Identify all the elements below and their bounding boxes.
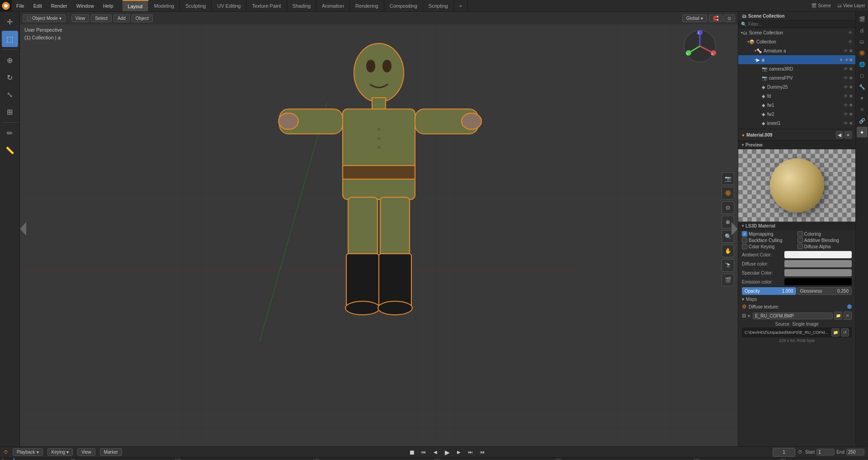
menu-file[interactable]: File bbox=[12, 0, 29, 11]
camera-view-btn[interactable]: 🎬 bbox=[722, 274, 734, 286]
open-file-btn[interactable]: 📁 bbox=[831, 328, 840, 337]
modifier-props-tab[interactable]: 🔧 bbox=[857, 81, 868, 92]
transform-tool[interactable]: ⊞ bbox=[2, 104, 18, 120]
measure-tool[interactable]: 📏 bbox=[2, 142, 18, 158]
end-frame-input[interactable] bbox=[846, 449, 864, 455]
add-menu-btn[interactable]: Add bbox=[113, 14, 130, 22]
emission-color-swatch[interactable] bbox=[784, 278, 852, 285]
outliner-fw2[interactable]: ◆ fw2 👁 ✖ bbox=[738, 109, 855, 119]
reload-file-btn[interactable]: ↺ bbox=[841, 328, 849, 337]
menu-window[interactable]: Window bbox=[72, 0, 99, 11]
eye-toggle-fw1[interactable]: 👁 bbox=[844, 103, 848, 108]
cursor-tool[interactable]: ✛ bbox=[2, 14, 18, 30]
select-menu-btn[interactable]: Select bbox=[91, 14, 112, 22]
eye-toggle-camfpv[interactable]: 👁 bbox=[844, 76, 848, 81]
menu-help[interactable]: Help bbox=[99, 0, 118, 11]
diffuse-alpha-chkbox[interactable] bbox=[797, 244, 803, 249]
image-name-field[interactable]: E_RU_COFM.BMP bbox=[753, 313, 833, 319]
mat-add-btn[interactable]: + bbox=[844, 131, 852, 138]
render-props-tab[interactable]: 🎬 bbox=[857, 14, 868, 24]
eye-toggle-collection[interactable]: 👁 bbox=[848, 39, 853, 44]
opacity-btn[interactable]: Opacity 1.000 bbox=[742, 287, 796, 295]
tab-layout[interactable]: Layout bbox=[123, 0, 149, 11]
maps-section-header[interactable]: ▾ Maps bbox=[738, 296, 855, 303]
current-frame-display[interactable]: 1 bbox=[773, 448, 795, 457]
backface-chkbox[interactable] bbox=[742, 237, 747, 243]
playback-menu-btn[interactable]: Playback ▾ bbox=[13, 448, 43, 456]
eye-toggle-kneel1[interactable]: 👁 bbox=[844, 121, 848, 126]
world-props-tab[interactable]: 🌐 bbox=[857, 59, 868, 70]
blender-logo[interactable] bbox=[0, 0, 12, 12]
collapse-right-arrow[interactable] bbox=[731, 222, 738, 237]
physics-props-tab[interactable]: ⚛ bbox=[857, 104, 868, 115]
texture-socket-dot[interactable] bbox=[847, 304, 852, 309]
outliner-armature[interactable]: ▾ 🦴 Armature a 👁 ✖ bbox=[738, 46, 855, 55]
collapse-left-arrow[interactable] bbox=[20, 222, 26, 237]
rotate-tool[interactable]: ↻ bbox=[2, 69, 18, 85]
toggle-render-btn[interactable]: 🔆 bbox=[722, 187, 734, 199]
outliner-collection[interactable]: ▾ 📦 Collection 👁 bbox=[738, 37, 855, 46]
outliner-camerafpv[interactable]: 📷 cameraFPV 👁 ✖ bbox=[738, 73, 855, 82]
tab-add[interactable]: + bbox=[454, 0, 468, 11]
zoom-btn[interactable]: 🔭 bbox=[722, 259, 734, 272]
timeline-playhead[interactable] bbox=[14, 458, 14, 460]
eye-toggle-fw2[interactable]: 👁 bbox=[844, 112, 848, 117]
object-menu-btn[interactable]: Object bbox=[132, 14, 153, 22]
global-transform-btn[interactable]: Global ▾ bbox=[682, 14, 707, 22]
preview-label[interactable]: ▾ Preview bbox=[738, 141, 855, 149]
stop-btn[interactable]: ⏹ bbox=[407, 447, 417, 457]
move-tool[interactable]: ⊕ bbox=[2, 52, 18, 68]
tab-sculpting[interactable]: Sculpting bbox=[180, 0, 212, 11]
viewport-gizmo[interactable]: X Y Z bbox=[682, 28, 718, 64]
additive-chkbox[interactable] bbox=[797, 237, 803, 243]
play-btn[interactable]: ▶ bbox=[442, 447, 452, 457]
select-tool[interactable]: ⬚ bbox=[2, 31, 18, 47]
hand-tool-btn[interactable]: ✋ bbox=[722, 245, 734, 257]
diffuse-alpha-checkbox-item[interactable]: Diffuse Alpha bbox=[797, 244, 852, 249]
mat-browse-btn[interactable]: ◀ bbox=[836, 131, 843, 138]
marker-menu-btn[interactable]: Marker bbox=[100, 448, 122, 456]
object-props-tab[interactable]: ◻ bbox=[857, 70, 868, 81]
timeline-body[interactable]: 0 50 100 130 140 150 200 250 bbox=[0, 458, 868, 460]
outliner-a[interactable]: ▾ ▶ a ▼ ▼ ✖ bbox=[738, 55, 855, 64]
material-props-tab[interactable]: ● bbox=[857, 127, 868, 138]
object-mode-btn[interactable]: ⬚ Object Mode ▾ bbox=[23, 14, 66, 22]
eye-toggle-scene[interactable]: 👁 bbox=[848, 30, 853, 35]
eye-toggle-dummy[interactable]: 👁 bbox=[844, 85, 848, 90]
outliner-fd[interactable]: ◆ fd 👁 ✖ bbox=[738, 91, 855, 100]
tab-compositing[interactable]: Compositing bbox=[384, 0, 423, 11]
tab-modeling[interactable]: Modeling bbox=[149, 0, 180, 11]
mipmapping-checkbox-item[interactable]: Mipmapping bbox=[742, 231, 797, 237]
prev-keyframe-btn[interactable]: ◀ bbox=[430, 447, 440, 457]
color-keying-checkbox-item[interactable]: Color Keying bbox=[742, 244, 797, 249]
start-frame-input[interactable] bbox=[816, 449, 835, 455]
outliner-camera3rd[interactable]: 📷 camera3RD 👁 ✖ bbox=[738, 64, 855, 73]
scene-props-tab[interactable]: 🔆 bbox=[857, 47, 868, 58]
view-menu-btn-tl[interactable]: View bbox=[77, 448, 95, 456]
annotate-tool[interactable]: ✏ bbox=[2, 125, 18, 141]
coloring-checkbox-item[interactable]: Coloring bbox=[797, 231, 852, 237]
proportional-edit-btn[interactable]: ⊙ bbox=[723, 14, 735, 22]
tab-shading[interactable]: Shading bbox=[287, 0, 316, 11]
toggle-overlay-btn[interactable]: ⊙ bbox=[722, 201, 734, 214]
backface-culling-checkbox-item[interactable]: Backface Culling bbox=[742, 237, 797, 243]
first-frame-btn[interactable]: ⏮ bbox=[419, 447, 429, 457]
ls3d-section-label[interactable]: ▾ LS3D Material bbox=[738, 222, 855, 230]
next-keyframe-btn[interactable]: ▶ bbox=[454, 447, 464, 457]
outliner-fw1[interactable]: ◆ fw1 👁 ✖ bbox=[738, 100, 855, 109]
colorkeying-chkbox[interactable] bbox=[742, 244, 747, 249]
glossiness-btn[interactable]: Glossiness 0.250 bbox=[797, 287, 852, 295]
outliner-dummy25[interactable]: ◆ Dummy25 👁 ✖ bbox=[738, 82, 855, 91]
ambient-color-swatch[interactable] bbox=[784, 251, 852, 258]
play-reverse-btn[interactable]: ⏮ bbox=[477, 447, 487, 457]
menu-edit[interactable]: Edit bbox=[29, 0, 47, 11]
output-props-tab[interactable]: 🖨 bbox=[857, 25, 868, 36]
tab-animation[interactable]: Animation bbox=[316, 0, 350, 11]
toggle-camera-btn[interactable]: 📷 bbox=[722, 172, 734, 185]
coloring-chkbox[interactable] bbox=[797, 231, 803, 237]
additive-blending-checkbox-item[interactable]: Additive Blending bbox=[797, 237, 852, 243]
tab-scripting[interactable]: Scripting bbox=[423, 0, 454, 11]
snap-btn[interactable]: 🧲 bbox=[709, 14, 722, 22]
particles-props-tab[interactable]: ✦ bbox=[857, 93, 868, 104]
unlink-image-btn[interactable]: ✕ bbox=[844, 312, 852, 320]
